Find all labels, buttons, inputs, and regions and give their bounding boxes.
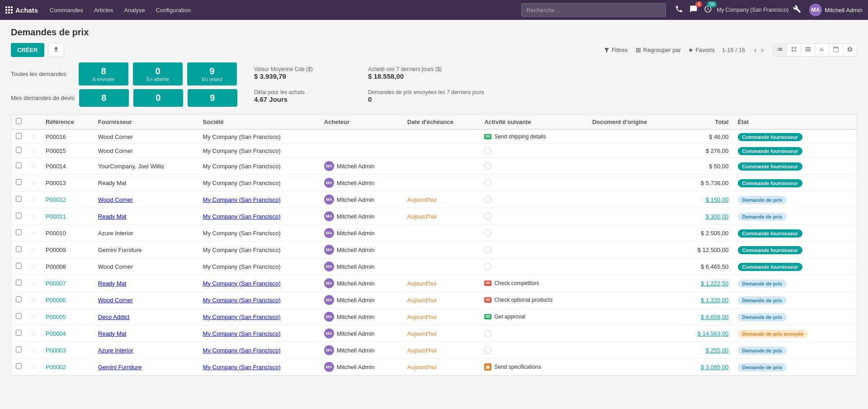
row-checkbox[interactable] bbox=[16, 330, 22, 336]
row-checkbox-cell[interactable] bbox=[11, 158, 26, 175]
stat-card-retard[interactable]: 9 En retard bbox=[187, 62, 237, 86]
total-cell[interactable]: $ 255,00 bbox=[677, 342, 733, 359]
star-icon[interactable]: ☆ bbox=[31, 213, 37, 220]
societe-link[interactable]: My Company (San Francisco) bbox=[203, 364, 281, 371]
my-stat-retard[interactable]: 9 bbox=[188, 89, 237, 107]
ref-cell[interactable]: P00007 bbox=[41, 275, 94, 292]
societe-cell[interactable]: My Company (San Francisco) bbox=[198, 225, 320, 242]
row-star-cell[interactable]: ☆ bbox=[26, 158, 41, 175]
ref-cell[interactable]: P00003 bbox=[41, 342, 94, 359]
fournisseur-link[interactable]: Ready Mat bbox=[98, 330, 127, 337]
fournisseur-link[interactable]: Ready Mat bbox=[98, 280, 127, 287]
fournisseur-cell[interactable]: Azure Interior bbox=[94, 342, 198, 359]
fournisseur-cell[interactable]: Azure Interior bbox=[94, 225, 198, 242]
societe-link[interactable]: My Company (San Francisco) bbox=[203, 330, 281, 337]
total-cell[interactable]: $ 46,00 bbox=[677, 129, 733, 144]
total-cell[interactable]: $ 300,00 bbox=[677, 208, 733, 225]
navbar-search-input[interactable] bbox=[521, 3, 666, 17]
col-total[interactable]: Total bbox=[677, 114, 733, 129]
ref-cell[interactable]: P00015 bbox=[41, 144, 94, 158]
star-icon[interactable]: ☆ bbox=[31, 179, 37, 186]
col-acheteur[interactable]: Acheteur bbox=[320, 114, 403, 129]
star-icon[interactable]: ☆ bbox=[31, 330, 37, 337]
col-societe[interactable]: Société bbox=[198, 114, 320, 129]
my-stat-envoyer[interactable]: 8 bbox=[79, 89, 129, 107]
ref-cell[interactable]: P00014 bbox=[41, 158, 94, 175]
total-link[interactable]: $ 150,00 bbox=[706, 196, 729, 203]
fournisseur-cell[interactable]: Deco Addict bbox=[94, 309, 198, 325]
my-stat-attente[interactable]: 0 bbox=[133, 89, 183, 107]
societe-cell[interactable]: My Company (San Francisco) bbox=[198, 158, 320, 175]
ref-link[interactable]: P00004 bbox=[46, 330, 66, 337]
societe-cell[interactable]: My Company (San Francisco) bbox=[198, 258, 320, 275]
row-checkbox[interactable] bbox=[16, 296, 22, 302]
prev-page-button[interactable]: ‹ bbox=[752, 45, 758, 55]
star-icon[interactable]: ☆ bbox=[31, 313, 37, 320]
fournisseur-cell[interactable]: Wood Corner bbox=[94, 292, 198, 309]
row-checkbox-cell[interactable] bbox=[11, 325, 26, 342]
calendar-view-button[interactable] bbox=[829, 44, 843, 56]
ref-link[interactable]: P00005 bbox=[46, 314, 66, 320]
row-star-cell[interactable]: ☆ bbox=[26, 275, 41, 292]
fournisseur-cell[interactable]: Gemini Furniture bbox=[94, 359, 198, 376]
row-checkbox-cell[interactable] bbox=[11, 129, 26, 144]
ref-cell[interactable]: P00008 bbox=[41, 258, 94, 275]
row-star-cell[interactable]: ☆ bbox=[26, 325, 41, 342]
row-checkbox[interactable] bbox=[16, 196, 22, 202]
col-fournisseur[interactable]: Fournisseur bbox=[94, 114, 198, 129]
kanban-view-button[interactable] bbox=[787, 44, 801, 56]
row-star-cell[interactable]: ☆ bbox=[26, 309, 41, 325]
societe-cell[interactable]: My Company (San Francisco) bbox=[198, 129, 320, 144]
star-icon[interactable]: ☆ bbox=[31, 147, 37, 154]
row-checkbox[interactable] bbox=[16, 133, 22, 139]
fournisseur-cell[interactable]: Wood Corner bbox=[94, 191, 198, 208]
total-cell[interactable]: $ 3.095,00 bbox=[677, 359, 733, 376]
row-checkbox[interactable] bbox=[16, 246, 22, 252]
total-cell[interactable]: $ 50,00 bbox=[677, 158, 733, 175]
row-checkbox-cell[interactable] bbox=[11, 144, 26, 158]
fournisseur-cell[interactable]: Wood Corner bbox=[94, 144, 198, 158]
row-checkbox-cell[interactable] bbox=[11, 191, 26, 208]
total-cell[interactable]: $ 8.658,00 bbox=[677, 309, 733, 325]
total-cell[interactable]: $ 14.563,00 bbox=[677, 325, 733, 342]
ref-cell[interactable]: P00002 bbox=[41, 359, 94, 376]
societe-cell[interactable]: My Company (San Francisco) bbox=[198, 242, 320, 258]
star-icon[interactable]: ☆ bbox=[31, 196, 37, 203]
col-date[interactable]: Date d'échéance bbox=[403, 114, 480, 129]
app-brand[interactable]: Achats bbox=[5, 6, 38, 14]
row-star-cell[interactable]: ☆ bbox=[26, 292, 41, 309]
row-star-cell[interactable]: ☆ bbox=[26, 342, 41, 359]
star-icon[interactable]: ☆ bbox=[31, 296, 37, 304]
menu-analyse[interactable]: Analyse bbox=[119, 4, 149, 16]
ref-cell[interactable]: P00013 bbox=[41, 175, 94, 191]
row-checkbox[interactable] bbox=[16, 363, 22, 369]
ref-cell[interactable]: P00005 bbox=[41, 309, 94, 325]
menu-configuration[interactable]: Configuration bbox=[151, 4, 195, 16]
next-page-button[interactable]: › bbox=[760, 45, 765, 55]
menu-commandes[interactable]: Commandes bbox=[45, 4, 88, 16]
col-reference[interactable]: Référence bbox=[41, 114, 94, 129]
phone-icon[interactable] bbox=[673, 3, 685, 17]
select-all-header[interactable] bbox=[11, 114, 26, 129]
row-star-cell[interactable]: ☆ bbox=[26, 225, 41, 242]
fournisseur-cell[interactable]: Ready Mat bbox=[94, 275, 198, 292]
fournisseur-link[interactable]: Deco Addict bbox=[98, 314, 129, 320]
col-document[interactable]: Document d'origine bbox=[588, 114, 677, 129]
fournisseur-link[interactable]: Gemini Furniture bbox=[98, 364, 142, 371]
row-star-cell[interactable]: ☆ bbox=[26, 258, 41, 275]
ref-cell[interactable]: P00010 bbox=[41, 225, 94, 242]
row-checkbox[interactable] bbox=[16, 347, 22, 352]
ref-link[interactable]: P00002 bbox=[46, 364, 66, 371]
total-cell[interactable]: $ 150,00 bbox=[677, 191, 733, 208]
row-star-cell[interactable]: ☆ bbox=[26, 144, 41, 158]
societe-link[interactable]: My Company (San Francisco) bbox=[203, 314, 281, 320]
societe-link[interactable]: My Company (San Francisco) bbox=[203, 297, 281, 304]
fournisseur-cell[interactable]: YourCompany, Joel Willis bbox=[94, 158, 198, 175]
fournisseur-link[interactable]: Wood Corner bbox=[98, 196, 133, 203]
row-checkbox[interactable] bbox=[16, 162, 22, 168]
favorites-button[interactable]: ★ Favoris bbox=[688, 47, 715, 53]
row-checkbox[interactable] bbox=[16, 179, 22, 185]
star-icon[interactable]: ☆ bbox=[31, 246, 37, 253]
fournisseur-cell[interactable]: Ready Mat bbox=[94, 325, 198, 342]
row-star-cell[interactable]: ☆ bbox=[26, 191, 41, 208]
